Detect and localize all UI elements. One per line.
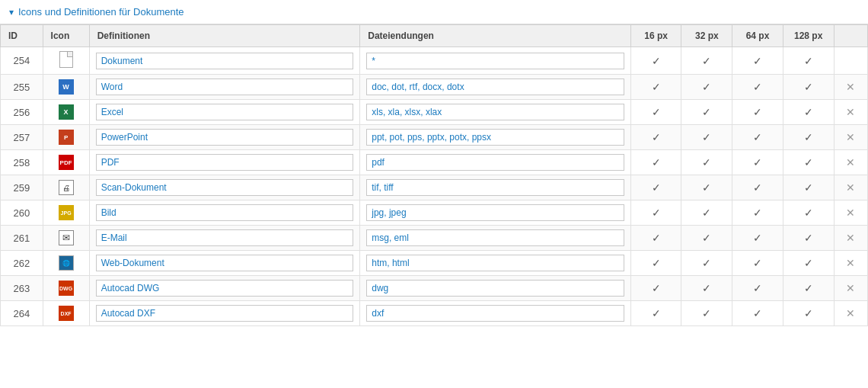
cell-icon: 🌐: [43, 251, 89, 276]
scan-icon: 🖨: [59, 180, 74, 195]
delete-icon[interactable]: ✕: [846, 307, 855, 319]
table-row: 255 W ✓ ✓ ✓ ✓ ✕: [1, 75, 868, 100]
cell-icon: P: [43, 125, 89, 150]
cell-delete: ✕: [834, 251, 868, 276]
cell-px32: ✓: [681, 276, 732, 301]
cell-delete: ✕: [834, 301, 868, 326]
cell-px32: ✓: [681, 100, 732, 125]
cell-px16: ✓: [630, 251, 681, 276]
email-icon: ✉: [59, 230, 74, 245]
checkmark-icon: ✓: [753, 282, 762, 294]
cell-definition: [89, 200, 360, 226]
extension-input[interactable]: [366, 154, 624, 171]
checkmark-icon: ✓: [702, 307, 711, 319]
extension-input[interactable]: [366, 280, 624, 297]
cell-icon: 🖨: [43, 175, 89, 200]
cell-definition: [89, 75, 360, 100]
cell-px16: ✓: [630, 175, 681, 200]
table-row: 257 P ✓ ✓ ✓ ✓ ✕: [1, 125, 868, 150]
checkmark-icon: ✓: [652, 232, 661, 244]
checkmark-icon: ✓: [652, 106, 661, 118]
definition-input[interactable]: [96, 255, 354, 271]
header-px128: 128 px: [783, 25, 834, 47]
checkmark-icon: ✓: [702, 106, 711, 118]
cell-delete: ✕: [834, 200, 868, 226]
cell-extensions: [360, 200, 631, 226]
cell-px64: ✓: [732, 75, 783, 100]
delete-icon[interactable]: ✕: [846, 81, 855, 93]
definition-input[interactable]: [96, 53, 354, 69]
delete-icon[interactable]: ✕: [846, 282, 855, 294]
cell-px32: ✓: [681, 125, 732, 150]
cell-definition: [89, 276, 360, 301]
delete-icon[interactable]: ✕: [846, 207, 855, 219]
cell-extensions: [360, 175, 631, 200]
definition-input[interactable]: [96, 179, 354, 196]
table-row: 260 JPG ✓ ✓ ✓ ✓ ✕: [1, 200, 868, 226]
extension-input[interactable]: [366, 204, 624, 221]
cell-px128: ✓: [783, 175, 834, 200]
extension-input[interactable]: [366, 129, 624, 146]
extension-input[interactable]: [366, 255, 624, 271]
cell-icon: ✉: [43, 226, 89, 251]
extension-input[interactable]: [366, 104, 624, 120]
definition-input[interactable]: [96, 154, 354, 171]
table-header-row: ID Icon Definitionen Dateiendungen 16 px…: [1, 25, 868, 47]
header-icon: Icon: [43, 25, 89, 47]
checkmark-icon: ✓: [652, 156, 661, 168]
cell-delete: ✕: [834, 75, 868, 100]
header-px16: 16 px: [630, 25, 681, 47]
ppt-icon: P: [59, 130, 74, 145]
cell-definition: [89, 175, 360, 200]
cell-px128: ✓: [783, 100, 834, 125]
header-delete: [834, 25, 868, 47]
cell-px64: ✓: [732, 200, 783, 226]
cell-extensions: [360, 100, 631, 125]
table-row: 263 DWG ✓ ✓ ✓ ✓ ✕: [1, 276, 868, 301]
delete-icon[interactable]: ✕: [846, 257, 855, 269]
checkmark-icon: ✓: [804, 282, 813, 294]
checkmark-icon: ✓: [804, 207, 813, 219]
cell-px64: ✓: [732, 226, 783, 251]
delete-icon[interactable]: ✕: [846, 156, 855, 168]
checkmark-icon: ✓: [702, 207, 711, 219]
cell-id: 254: [1, 47, 43, 75]
definition-input[interactable]: [96, 79, 354, 95]
definition-input[interactable]: [96, 129, 354, 146]
delete-icon[interactable]: ✕: [846, 106, 855, 118]
cell-id: 262: [1, 251, 43, 276]
cell-px64: ✓: [732, 301, 783, 326]
extension-input[interactable]: [366, 79, 624, 95]
definition-input[interactable]: [96, 229, 354, 246]
cell-icon: [43, 47, 89, 75]
cell-px32: ✓: [681, 251, 732, 276]
checkmark-icon: ✓: [702, 232, 711, 244]
icons-table: ID Icon Definitionen Dateiendungen 16 px…: [0, 24, 868, 326]
cell-px64: ✓: [732, 100, 783, 125]
section-header[interactable]: ▾ Icons und Definitionen für Dokumente: [0, 0, 868, 24]
cell-px32: ✓: [681, 150, 732, 175]
delete-icon[interactable]: ✕: [846, 232, 855, 244]
extension-input[interactable]: [366, 53, 624, 69]
delete-icon[interactable]: ✕: [846, 181, 855, 194]
cell-px128: ✓: [783, 75, 834, 100]
checkmark-icon: ✓: [753, 55, 762, 67]
definition-input[interactable]: [96, 305, 354, 322]
extension-input[interactable]: [366, 305, 624, 322]
checkmark-icon: ✓: [804, 131, 813, 143]
word-icon: W: [59, 79, 74, 95]
cell-px32: ✓: [681, 75, 732, 100]
checkmark-icon: ✓: [652, 81, 661, 93]
definition-input[interactable]: [96, 104, 354, 120]
cell-icon: X: [43, 100, 89, 125]
definition-input[interactable]: [96, 280, 354, 297]
checkmark-icon: ✓: [702, 156, 711, 168]
definition-input[interactable]: [96, 204, 354, 221]
extension-input[interactable]: [366, 229, 624, 246]
extension-input[interactable]: [366, 179, 624, 196]
checkmark-icon: ✓: [804, 257, 813, 269]
web-icon: 🌐: [59, 255, 74, 271]
checkmark-icon: ✓: [804, 55, 813, 67]
delete-icon[interactable]: ✕: [846, 131, 855, 143]
cell-px16: ✓: [630, 75, 681, 100]
